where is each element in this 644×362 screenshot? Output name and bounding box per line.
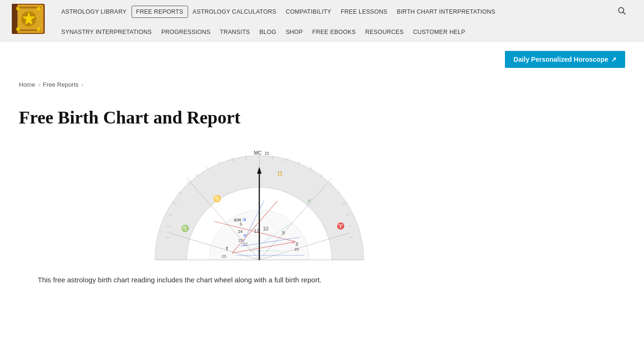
header-inner: ASTROLOGY LIBRARY FREE REPORTS ASTROLOGY… (9, 0, 635, 41)
breadcrumb-sep-2: › (82, 82, 83, 88)
svg-text:8: 8 (296, 241, 298, 247)
svg-text:♈: ♈ (337, 222, 345, 230)
svg-text:☨: ☨ (225, 246, 229, 252)
svg-text:80R: 80R (234, 218, 241, 222)
logo-wrap[interactable] (9, 0, 47, 41)
nav-free-ebooks[interactable]: FREE EBOOKS (307, 26, 360, 38)
nav-birth-chart-interpretations[interactable]: BIRTH CHART INTERPRETATIONS (392, 6, 500, 18)
logo-icon (9, 0, 47, 38)
search-button[interactable] (614, 3, 630, 20)
svg-point-9 (16, 27, 20, 31)
main-content: Free Birth Chart and Report (0, 93, 519, 305)
svg-text:♄: ♄ (239, 222, 243, 227)
nav-free-reports[interactable]: FREE REPORTS (132, 6, 188, 18)
birth-chart-image: MC 21 ≢ II ♋ ♂ ♈ ♍ 11 10 9 8 ♃ (137, 142, 382, 260)
nav-row-1: ASTROLOGY LIBRARY FREE REPORTS ASTROLOGY… (57, 0, 630, 23)
breadcrumb-free-reports[interactable]: Free Reports (43, 81, 79, 88)
nav-free-lessons[interactable]: FREE LESSONS (336, 6, 392, 18)
breadcrumb-sep-1: › (38, 82, 40, 88)
svg-text:20: 20 (222, 254, 226, 259)
nav-compatibility[interactable]: COMPATIBILITY (281, 6, 336, 18)
svg-text:♋: ♋ (213, 195, 221, 203)
breadcrumb: Home › Free Reports › (0, 73, 644, 93)
page-title: Free Birth Chart and Report (19, 107, 500, 128)
svg-text:MC: MC (254, 150, 262, 156)
header: ASTROLOGY LIBRARY FREE REPORTS ASTROLOGY… (0, 0, 644, 41)
nav-resources[interactable]: RESOURCES (361, 26, 408, 38)
daily-horoscope-button[interactable]: Daily Personalized Horoscope ↗ (505, 51, 625, 68)
svg-text:♍: ♍ (181, 224, 189, 232)
svg-point-10 (37, 27, 41, 31)
svg-text:24: 24 (238, 229, 243, 234)
nav-synastry-interpretations[interactable]: SYNASTRY INTERPRETATIONS (57, 26, 157, 38)
chart-description: This free astrology birth chart reading … (19, 274, 358, 286)
nav-and-search: ASTROLOGY LIBRARY FREE REPORTS ASTROLOGY… (57, 0, 630, 41)
nav-row-2: SYNASTRY INTERPRETATIONS PROGRESSIONS TR… (57, 23, 630, 41)
nav-customer-help[interactable]: CUSTOMER HELP (408, 26, 470, 38)
nav-transits[interactable]: TRANSITS (215, 26, 255, 38)
search-icon (618, 7, 626, 15)
svg-text:10: 10 (263, 226, 269, 231)
nav-astrology-library[interactable]: ASTROLOGY LIBRARY (57, 6, 132, 18)
daily-horoscope-bar: Daily Personalized Horoscope ↗ (0, 41, 644, 73)
nav-astrology-calculators[interactable]: ASTROLOGY CALCULATORS (188, 6, 281, 18)
svg-line-12 (623, 12, 626, 15)
svg-text:21: 21 (265, 151, 270, 156)
svg-text:II: II (278, 169, 282, 177)
nav-shop[interactable]: SHOP (281, 26, 307, 38)
breadcrumb-home[interactable]: Home (19, 81, 35, 88)
svg-text:♂: ♂ (307, 197, 312, 205)
svg-point-8 (37, 7, 41, 10)
nav-progressions[interactable]: PROGRESSIONS (157, 26, 215, 38)
daily-horoscope-label: Daily Personalized Horoscope (513, 56, 608, 63)
svg-point-7 (16, 7, 20, 10)
svg-text:9: 9 (282, 230, 285, 236)
birth-chart-svg: MC 21 ≢ II ♋ ♂ ♈ ♍ 11 10 9 8 ♃ (137, 142, 382, 264)
svg-text:25: 25 (239, 238, 243, 243)
daily-horoscope-arrow: ↗ (611, 56, 617, 63)
svg-text:29: 29 (294, 247, 299, 252)
nav-blog[interactable]: BLOG (255, 26, 281, 38)
